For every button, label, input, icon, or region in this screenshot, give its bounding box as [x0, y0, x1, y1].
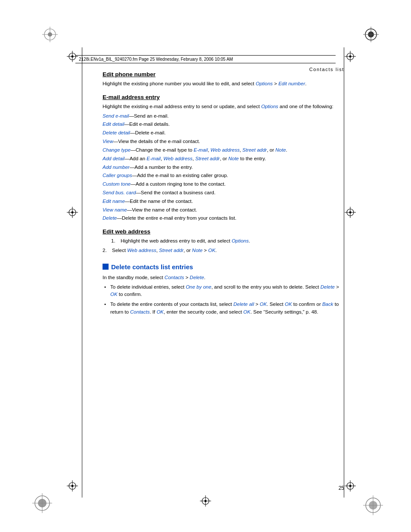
email-item-add-number: Add number—Add a number to the entry. [103, 164, 344, 171]
email-link-2: E-mail [146, 156, 161, 161]
note-link-3: Note [192, 248, 202, 253]
delete-contacts-heading-text: Delete contacts list entries [111, 263, 193, 271]
email-item-delete-detail: Delete detail—Delete e-mail. [103, 129, 344, 137]
ok-link-1: OK [208, 248, 215, 253]
edit-phone-number-text: Highlight the existing phone number you … [103, 81, 255, 86]
left-margin-line [82, 47, 82, 498]
email-item-delete: Delete—Delete the entire e-mail entry fr… [103, 215, 344, 222]
view-link: View [103, 139, 113, 144]
email-item-caller-groups: Caller groups—Add the e-mail to an exist… [103, 172, 344, 180]
email-item-edit-detail: Edit detail—Edit e-mail details. [103, 121, 344, 128]
web-address-link-1: Web address [211, 147, 240, 152]
dash-1: — [129, 113, 134, 118]
crosshair-mid-right [345, 207, 356, 220]
add-detail-link: Add detail [103, 156, 125, 161]
street-addr-link-3: Street addr [159, 248, 184, 253]
contacts-link-1: Contacts [165, 275, 184, 280]
street-addr-link-1: Street addr [243, 147, 267, 152]
street-addr-link-2: Street addr [195, 156, 220, 161]
one-by-one-link: One by one [186, 284, 211, 289]
email-intro-text: Highlight the existing e-mail address en… [103, 104, 261, 109]
step-2-num: 2. [103, 247, 109, 255]
step-1-num: 1. [111, 237, 118, 245]
edit-detail-link: Edit detail [103, 121, 125, 127]
crosshair-bottom-center [200, 495, 211, 508]
blue-square-icon [103, 264, 109, 270]
edit-phone-number-heading: Edit phone number [103, 71, 344, 78]
send-bus-card-link: Send bus. card [103, 190, 136, 195]
compass-top-left-outer [42, 27, 58, 44]
delete-detail-link: Delete detail [103, 130, 130, 135]
back-link: Back [322, 302, 333, 307]
page-number: 25 [339, 485, 344, 491]
edit-web-step-1: 1. Highlight the web address entry to ed… [103, 237, 344, 245]
compass-bottom-left-outer [32, 493, 52, 515]
email-intro-end: and one of the following: [278, 104, 333, 109]
ok-link-6: OK [243, 309, 251, 314]
main-content: Edit phone number Highlight the existing… [103, 71, 344, 476]
period-1: . [305, 81, 306, 86]
delete-link-2: Delete [190, 275, 204, 280]
note-link-1: Note [275, 147, 286, 152]
options-link-2: Options [261, 104, 278, 109]
email-item-change-type: Change type—Change the e-mail type to E-… [103, 146, 344, 154]
edit-name-link: Edit name [103, 199, 125, 204]
delete-all-link: Delete all [234, 302, 254, 307]
edit-web-step-2: 2. Select Web address, Street addr, or N… [103, 247, 344, 255]
contacts-link-2: Contacts [130, 309, 149, 314]
delete-bullet-1: To delete individual entries, select One… [103, 283, 344, 299]
caller-groups-link: Caller groups [103, 173, 132, 178]
connector-1: > [273, 81, 278, 86]
ok-link-4: OK [285, 302, 292, 307]
crosshair-mid-left [67, 207, 78, 220]
email-item-send: Send e-mail—Send an e-mail. [103, 112, 344, 120]
compass-top-right-outer [363, 27, 379, 44]
crosshair-bottom-left [67, 480, 78, 493]
delete-link: Delete [103, 215, 117, 221]
email-item-custom-tone: Custom tone—Add a custom ringing tone to… [103, 180, 344, 188]
send-email-text: Send an e-mail. [134, 113, 169, 118]
view-name-link: View name [103, 207, 127, 212]
ok-link-2: OK [110, 292, 118, 297]
note-link-2: Note [228, 156, 239, 161]
web-address-link-2: Web address [163, 156, 193, 161]
ok-link-5: OK [156, 309, 164, 314]
file-info-bar: 2128i.ENv1a_BIL_9240270.fm Page 25 Wedne… [75, 55, 336, 63]
edit-phone-number-body: Highlight the existing phone number you … [103, 80, 344, 88]
file-info-text: 2128i.ENv1a_BIL_9240270.fm Page 25 Wedne… [79, 57, 233, 62]
options-link-1: Options [255, 81, 273, 86]
web-address-link-3: Web address [127, 248, 156, 253]
step-2-text: Select Web address, Street addr, or Note… [112, 247, 217, 255]
step-1-text: Highlight the web address entry to edit,… [121, 237, 250, 245]
send-email-link: Send e-mail [103, 113, 129, 118]
crosshair-top-right [345, 51, 356, 64]
email-item-edit-name: Edit name—Edit the name of the contact. [103, 198, 344, 205]
add-number-link: Add number [103, 165, 130, 170]
email-address-entry-heading: E‑mail address entry [103, 94, 344, 100]
email-item-add-detail: Add detail—Add an E-mail, Web address, S… [103, 155, 344, 163]
crosshair-bottom-right [345, 480, 356, 493]
change-type-link: Change type [103, 147, 131, 152]
email-address-entry-intro: Highlight the existing e-mail address en… [103, 103, 344, 111]
delete-contacts-heading: Delete contacts list entries [103, 263, 344, 271]
email-item-view-name: View name—View the name of the contact. [103, 206, 344, 214]
email-item-view: View—View the details of the e-mail cont… [103, 138, 344, 146]
ok-link-3: OK [260, 302, 267, 307]
options-link-3: Options [232, 238, 249, 243]
edit-number-link: Edit number [278, 81, 305, 86]
custom-tone-link: Custom tone [103, 181, 131, 187]
compass-bottom-right-outer [363, 495, 383, 517]
email-item-send-bus-card: Send bus. card—Send the contact a busine… [103, 189, 344, 197]
delete-contacts-intro: In the standby mode, select Contacts > D… [103, 274, 344, 282]
edit-web-address-heading: Edit web address [103, 228, 344, 235]
delete-link-3: Delete [321, 284, 335, 289]
delete-bullet-2: To delete the entire contents of your co… [103, 301, 344, 316]
email-link: E-mail [194, 147, 208, 152]
